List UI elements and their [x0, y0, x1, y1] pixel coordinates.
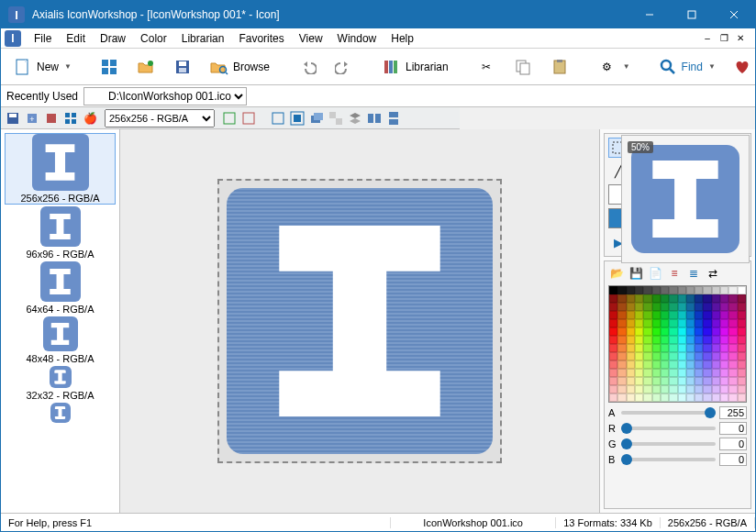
chevron-down-icon: ▼	[708, 62, 716, 71]
menu-file[interactable]: File	[27, 30, 59, 47]
browse-button[interactable]: Browse	[203, 53, 276, 81]
close-button[interactable]	[713, 1, 755, 28]
recent-select[interactable]: D:\IconWorkshop 001.ico	[83, 87, 247, 105]
copy-button[interactable]	[506, 53, 539, 81]
tool-a-icon[interactable]	[221, 110, 238, 127]
green-slider[interactable]	[621, 442, 716, 446]
paste-icon	[550, 57, 570, 77]
save-format-icon[interactable]	[5, 110, 21, 127]
status-help: For Help, press F1	[1, 517, 391, 528]
menu-view[interactable]: View	[292, 30, 330, 47]
mdi-restore-icon[interactable]: ❐	[717, 32, 731, 45]
svg-rect-33	[65, 119, 70, 124]
palette-save-icon[interactable]: 💾	[628, 265, 644, 282]
palette-open-icon[interactable]: 📂	[608, 265, 625, 282]
alpha-value[interactable]: 255	[719, 406, 747, 419]
find-button[interactable]: Find ▼	[651, 53, 722, 81]
svg-rect-8	[110, 68, 117, 74]
preview-image	[626, 139, 745, 259]
palette-sort-icon[interactable]: ≡	[666, 265, 683, 282]
menu-draw[interactable]: Draw	[93, 30, 133, 47]
cut-button[interactable]: ✂	[470, 53, 503, 81]
tile-h-icon[interactable]	[366, 110, 383, 127]
palette-swap-icon[interactable]: ⇄	[705, 265, 721, 282]
menu-favorites[interactable]: Favorites	[231, 30, 291, 47]
grid-icon	[99, 57, 119, 77]
recent-bar: Recently Used I D:\IconWorkshop 001.ico	[1, 85, 755, 107]
resolution-item[interactable]: 48x48 - RGB/A	[5, 316, 116, 364]
find-label: Find	[682, 61, 703, 73]
resolution-item[interactable]: 32x32 - RGB/A	[5, 366, 116, 401]
zoom-fit-icon[interactable]	[270, 110, 286, 127]
apple-icon[interactable]: 🍎	[82, 110, 98, 127]
settings-button[interactable]: ⚙▼	[591, 53, 637, 81]
librarian-button[interactable]: Librarian	[375, 53, 455, 81]
palette-sort2-icon[interactable]: ≣	[685, 265, 702, 282]
minimize-button[interactable]	[628, 1, 671, 28]
canvas-area[interactable]	[120, 129, 599, 513]
resolution-select[interactable]: 256x256 - RGB/A	[105, 109, 215, 127]
tile-v-icon[interactable]	[385, 110, 402, 127]
svg-rect-47	[389, 119, 398, 125]
canvas-pixels[interactable]	[227, 188, 493, 454]
stack-icon[interactable]	[347, 110, 363, 127]
svg-rect-7	[102, 68, 108, 74]
search-icon	[658, 57, 678, 77]
grid-button[interactable]	[93, 53, 126, 81]
svg-rect-15	[384, 61, 388, 73]
new-format-icon[interactable]: +	[24, 110, 40, 127]
recent-combo[interactable]: I D:\IconWorkshop 001.ico	[83, 87, 750, 105]
resolution-list[interactable]: 256x256 - RGB/A96x96 - RGB/A64x64 - RGB/…	[1, 129, 119, 513]
favorites-button[interactable]: Favorites ▼	[726, 53, 756, 81]
title-bar: I Axialis IconWorkshop - [IconWorkshop 0…	[1, 1, 755, 28]
layers-icon[interactable]	[308, 110, 325, 127]
svg-rect-39	[294, 115, 301, 122]
svg-rect-16	[389, 61, 393, 73]
folder-open-icon	[136, 57, 156, 77]
blue-label: B	[608, 454, 617, 465]
svg-rect-42	[329, 112, 336, 118]
transparency-icon[interactable]	[328, 110, 344, 127]
new-button[interactable]: New ▼	[6, 53, 78, 81]
app-icon: I	[8, 6, 25, 23]
svg-rect-30	[47, 114, 56, 123]
menu-edit[interactable]: Edit	[59, 30, 93, 47]
red-slider[interactable]	[621, 427, 716, 430]
menu-help[interactable]: Help	[384, 30, 421, 47]
redo-button[interactable]	[328, 53, 361, 81]
red-value[interactable]: 0	[719, 422, 747, 435]
tool-b-icon[interactable]	[240, 110, 257, 127]
folder-search-icon	[209, 57, 229, 77]
mdi-close-icon[interactable]: ✕	[733, 32, 748, 45]
color-palette[interactable]	[608, 285, 747, 403]
argb-sliders: A255 R0 G0 B0	[608, 406, 747, 466]
red-label: R	[608, 423, 617, 434]
windows-icon[interactable]	[62, 110, 79, 127]
resolution-item[interactable]: 256x256 - RGB/A	[5, 133, 116, 205]
maximize-button[interactable]	[671, 1, 713, 28]
alpha-slider[interactable]	[621, 411, 716, 415]
browse-label: Browse	[233, 61, 270, 73]
menu-color[interactable]: Color	[133, 30, 174, 47]
resolution-item[interactable]: 96x96 - RGB/A	[5, 206, 116, 260]
svg-rect-43	[336, 118, 342, 125]
blue-slider[interactable]	[621, 458, 716, 461]
svg-rect-46	[389, 112, 398, 117]
menu-window[interactable]: Window	[330, 30, 384, 47]
zoom-actual-icon[interactable]	[289, 110, 306, 127]
undo-button[interactable]	[291, 53, 324, 81]
paste-button[interactable]	[543, 53, 576, 81]
delete-format-icon[interactable]	[43, 110, 60, 127]
scissors-icon: ✂	[476, 57, 496, 77]
blue-value[interactable]: 0	[719, 453, 747, 466]
menu-librarian[interactable]: Librarian	[174, 30, 232, 47]
save-button[interactable]	[166, 53, 199, 81]
chevron-down-icon: ▼	[64, 62, 72, 71]
format-toolbar: + 🍎 256x256 - RGB/A	[1, 107, 460, 129]
palette-new-icon[interactable]: 📄	[647, 265, 663, 282]
green-value[interactable]: 0	[719, 438, 747, 450]
resolution-item[interactable]	[5, 403, 116, 425]
mdi-minimize-icon[interactable]: –	[700, 32, 715, 45]
open-button[interactable]	[129, 53, 162, 81]
resolution-item[interactable]: 64x64 - RGB/A	[5, 261, 116, 315]
